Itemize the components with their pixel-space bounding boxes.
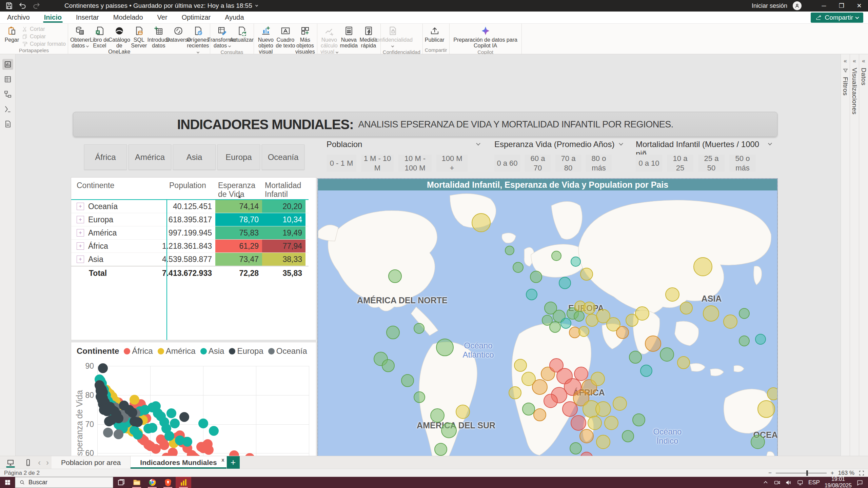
legend-item-europa[interactable]: Europa	[229, 346, 263, 356]
scatter-point-europa[interactable]	[133, 417, 143, 427]
zoom-slider[interactable]	[776, 473, 827, 473]
taskbar-app-power-bi[interactable]	[176, 477, 191, 488]
ribbon-button-confidencialidad[interactable]: Confidencialidad	[383, 25, 402, 49]
taskbar-search[interactable]: Buscar	[15, 477, 113, 488]
map-data-bubble[interactable]	[559, 277, 571, 289]
ribbon-button-cortar[interactable]: Cortar	[22, 26, 66, 32]
map-data-bubble[interactable]	[616, 326, 629, 339]
expand-row-icon[interactable]: +	[77, 256, 84, 263]
speaker-icon[interactable]	[785, 479, 792, 486]
map-data-bubble[interactable]	[441, 423, 457, 438]
rail-table-view[interactable]	[2, 74, 13, 85]
notification-icon[interactable]	[856, 479, 863, 486]
map-data-bubble[interactable]	[739, 336, 750, 346]
map-data-bubble[interactable]	[677, 356, 690, 369]
taskbar-app-chrome[interactable]	[144, 477, 160, 488]
table-row[interactable]: +Europa 618.395.817 78,70 10,34	[71, 213, 309, 226]
slicer-option[interactable]: 0 a 60	[494, 155, 520, 172]
map-data-bubble[interactable]	[578, 326, 589, 337]
expand-pane-icon[interactable]: «	[853, 58, 856, 64]
map-data-bubble[interactable]	[635, 306, 649, 321]
legend-item-áfrica[interactable]: África	[124, 346, 153, 356]
ribbon-button-sql-server[interactable]: SQL Server	[129, 25, 149, 49]
map-data-bubble[interactable]	[640, 365, 652, 377]
map-data-bubble[interactable]	[434, 443, 447, 456]
scatter-point-asia[interactable]	[182, 437, 192, 447]
scatter-point-asia[interactable]	[166, 408, 176, 418]
slicer-option[interactable]: 10 M - 100 M	[398, 155, 432, 172]
scatter-point-asia[interactable]	[164, 431, 174, 441]
map-data-bubble[interactable]	[767, 387, 777, 400]
data-pane-collapsed[interactable]: « Datos	[859, 54, 868, 456]
map-data-bubble[interactable]	[414, 391, 425, 403]
legend-item-oceanía[interactable]: Oceanía	[268, 346, 307, 356]
map-data-bubble[interactable]	[645, 336, 661, 352]
language-indicator[interactable]: ESP	[808, 479, 820, 486]
filters-pane-collapsed[interactable]: « Filtros	[841, 54, 850, 456]
ribbon-button-nuevo-objeto-visual[interactable]: Nuevo objeto visual	[256, 25, 276, 55]
map-data-bubble[interactable]	[570, 442, 582, 454]
rail-tmdl-view[interactable]	[2, 119, 13, 129]
table-row[interactable]: +Asia 4.539.589.877 73,47 38,33	[71, 253, 309, 266]
table-visual[interactable]: Continente Population Esperanza de Vida …	[71, 177, 316, 340]
chevron-down-icon[interactable]	[619, 141, 623, 146]
map-data-bubble[interactable]	[757, 400, 775, 418]
previous-page-arrow[interactable]: ‹	[35, 456, 43, 469]
table-header-row[interactable]: Continente Population Esperanza de Vida …	[71, 178, 309, 200]
map-data-bubble[interactable]	[591, 372, 605, 386]
rail-model-view[interactable]	[2, 89, 13, 100]
visualizations-pane-collapsed[interactable]: « Visualizaciones	[850, 54, 859, 456]
map-data-bubble[interactable]	[551, 251, 561, 261]
column-header-population[interactable]: Population	[166, 181, 215, 190]
slicer-option[interactable]: 1 M - 10 M	[361, 155, 394, 172]
ribbon-button-libro-de-excel[interactable]: Libro de Excel	[90, 25, 110, 49]
map-data-bubble[interactable]	[560, 318, 571, 329]
map-data-bubble[interactable]	[388, 269, 402, 283]
chevron-up-icon[interactable]	[762, 479, 769, 486]
map-data-bubble[interactable]	[613, 396, 627, 411]
map-data-bubble[interactable]	[693, 257, 712, 276]
add-page-button[interactable]: +	[227, 456, 240, 469]
camera-icon[interactable]	[774, 479, 781, 486]
taskbar-app-file-explorer[interactable]	[129, 477, 144, 488]
map-data-bubble[interactable]	[665, 287, 679, 302]
ribbon-button-introducir-datos[interactable]: Introducir datos	[149, 25, 169, 49]
document-title[interactable]: Continentes y paisses • Guardado por últ…	[64, 2, 258, 9]
ribbon-button-dataverse[interactable]: Dataverse	[169, 25, 188, 43]
ribbon-button-transformar-datos[interactable]: Transformar datos	[212, 25, 232, 49]
next-page-arrow[interactable]: ›	[43, 456, 52, 469]
scatter-point-oceanía[interactable]	[103, 428, 113, 438]
menu-modelado[interactable]: Modelado	[106, 12, 150, 23]
slicer-option[interactable]: 10 a 25	[667, 155, 693, 172]
ribbon-button-nuevo-cálculo-visual[interactable]: Nuevo cálculo visual	[319, 25, 339, 55]
map-data-bubble[interactable]	[723, 314, 737, 329]
mobile-view-button[interactable]	[21, 456, 35, 469]
task-view-button[interactable]	[113, 477, 129, 488]
slicer-option[interactable]: 50 o más	[729, 155, 756, 172]
chevron-down-icon[interactable]	[476, 141, 480, 146]
clock[interactable]: 19:01 19/08/2025	[825, 476, 852, 488]
expand-pane-icon[interactable]: «	[862, 58, 865, 64]
map-data-bubble[interactable]	[509, 386, 521, 399]
menu-ayuda[interactable]: Ayuda	[218, 12, 251, 23]
map-data-bubble[interactable]	[755, 334, 766, 345]
map-data-bubble[interactable]	[544, 394, 558, 408]
continent-button-américa[interactable]: América	[129, 144, 171, 170]
legend-item-américa[interactable]: América	[158, 346, 196, 356]
scatter-point-oceanía[interactable]	[114, 429, 123, 439]
desktop-view-button[interactable]	[3, 456, 18, 469]
zoom-level[interactable]: 163 %	[838, 470, 854, 476]
map-data-bubble[interactable]	[596, 435, 610, 449]
menu-archivo[interactable]: Archivo	[0, 12, 37, 23]
start-button[interactable]	[0, 477, 15, 488]
map-data-bubble[interactable]	[583, 302, 596, 314]
taskbar-app-brave[interactable]	[160, 477, 176, 488]
menu-insertar[interactable]: Insertar	[69, 12, 106, 23]
slicer-option[interactable]: 0 - 1 M	[327, 155, 356, 172]
scatter-point-europa[interactable]	[104, 416, 114, 426]
scatter-point-asia[interactable]	[198, 419, 208, 428]
map-data-bubble[interactable]	[680, 302, 693, 314]
save-icon[interactable]	[5, 1, 14, 10]
network-icon[interactable]	[797, 479, 804, 486]
map-data-bubble[interactable]	[622, 430, 634, 442]
